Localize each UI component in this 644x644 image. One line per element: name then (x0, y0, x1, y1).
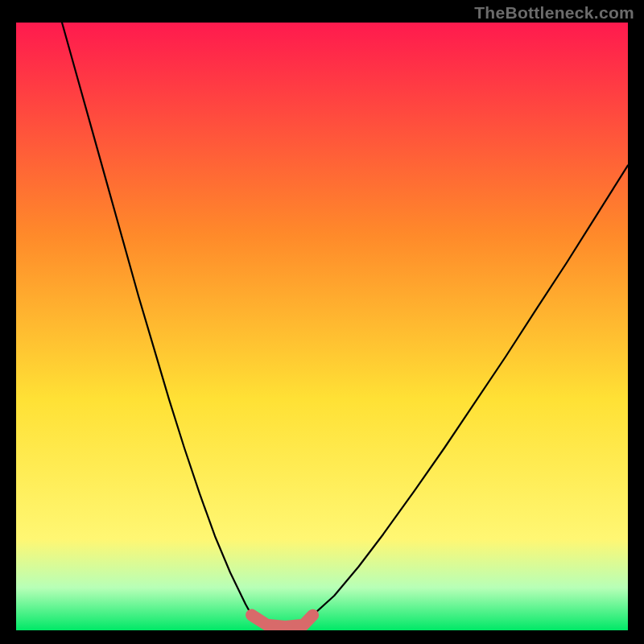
gradient-background (16, 23, 628, 630)
chart-stage: TheBottleneck.com (0, 0, 644, 644)
watermark-text: TheBottleneck.com (474, 3, 634, 23)
chart-svg (0, 0, 644, 644)
